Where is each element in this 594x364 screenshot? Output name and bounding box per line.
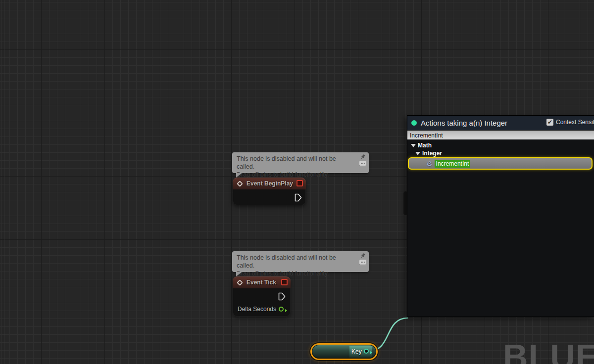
tooltip-tail [236, 173, 243, 178]
graph-canvas[interactable]: BLUEPRINT This node is disabled and will… [0, 0, 594, 364]
tree-category-integer[interactable]: Integer [415, 149, 442, 157]
tooltip-line1: This node is disabled and will not be ca… [237, 155, 354, 171]
key-variable-node[interactable]: Key [310, 343, 378, 360]
context-menu-title: Actions taking a(n) Integer [421, 119, 507, 127]
action-search-bar[interactable] [407, 130, 594, 139]
key-output-pin-icon[interactable] [364, 349, 369, 354]
delta-seconds-pin-label: Delta Seconds [238, 306, 276, 313]
search-match-text: IncrementInt [435, 160, 471, 168]
expander-icon[interactable] [411, 144, 416, 147]
function-gear-icon: ⚙ [426, 160, 433, 168]
tooltip-tail [236, 272, 243, 276]
grid-origin-line [4, 0, 4, 364]
exec-pin-icon[interactable] [295, 193, 302, 202]
tree-category-math[interactable]: Math [411, 141, 432, 149]
disabled-node-tooltip: This node is disabled and will not be ca… [232, 152, 369, 173]
action-tree[interactable]: Math Integer ⚙ IncrementInt [407, 139, 594, 317]
event-tick-node[interactable]: Event Tick Delta Seconds [233, 276, 291, 317]
context-sensitive-label: Context Sensitive [556, 119, 594, 126]
event-beginplay-header[interactable]: Event BeginPlay [233, 178, 306, 189]
comment-bubble-icon[interactable] [359, 161, 366, 166]
event-diamond-icon [237, 279, 243, 286]
checkbox-checked-icon[interactable]: ✔ [546, 119, 553, 126]
pushpin-icon[interactable] [360, 154, 366, 160]
node-disabled-icon [297, 180, 303, 186]
tooltip-line1: This node is disabled and will not be ca… [237, 254, 354, 270]
node-disabled-icon [281, 279, 288, 285]
tree-item-incrementint[interactable]: ⚙ IncrementInt [408, 157, 593, 170]
exec-pin-icon[interactable] [278, 292, 286, 301]
action-search-input[interactable] [407, 131, 594, 140]
key-node-body[interactable]: Key [312, 345, 376, 359]
disabled-node-tooltip: This node is disabled and will not be ca… [232, 251, 369, 272]
event-tick-title: Event Tick [247, 279, 276, 286]
delta-seconds-pin-icon[interactable] [279, 307, 284, 312]
event-beginplay-node[interactable]: Event BeginPlay [233, 178, 306, 205]
event-beginplay-title: Event BeginPlay [247, 180, 293, 187]
context-menu-header: Actions taking a(n) Integer ✔ Context Se… [407, 116, 594, 130]
expander-icon[interactable] [415, 152, 420, 155]
comment-bubble-icon[interactable] [359, 260, 366, 265]
event-tick-header[interactable]: Event Tick [233, 276, 291, 288]
blueprint-watermark: BLUEPRINT [503, 337, 594, 364]
event-diamond-icon [237, 181, 243, 187]
pushpin-icon[interactable] [360, 253, 366, 259]
key-pin-label: Key [351, 348, 362, 355]
integer-type-dot-icon [411, 120, 417, 126]
actions-context-menu[interactable]: Actions taking a(n) Integer ✔ Context Se… [407, 115, 594, 317]
context-sensitive-toggle[interactable]: ✔ Context Sensitive [546, 119, 594, 126]
